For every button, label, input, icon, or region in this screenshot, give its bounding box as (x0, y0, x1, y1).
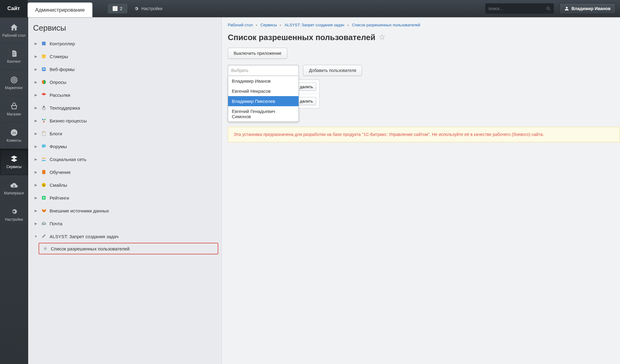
tab-admin[interactable]: Администрирование (28, 2, 92, 17)
favorite-star-icon[interactable] (379, 33, 385, 42)
svg-rect-9 (43, 69, 45, 70)
tree-item[interactable]: ▶Рассылки (31, 88, 218, 101)
chevron-right-icon: ▶ (34, 209, 38, 213)
tree-item[interactable]: ▶Стикеры (31, 50, 218, 63)
crumb-2[interactable]: ALSYST: Запрет создания задач (284, 23, 344, 27)
tree-item[interactable]: ▶Бизнес-процессы (31, 114, 218, 127)
dropdown-option[interactable]: Евгений Генадьевич Симонов (228, 106, 299, 122)
crumb-3[interactable]: Список разрешенных пользователей (352, 23, 420, 27)
chevron-right-icon: ▶ (34, 196, 38, 200)
tree-item[interactable]: ▶Смайлы (31, 178, 218, 191)
tree-item[interactable]: ▼ALSYST: Запрет создания задач (31, 230, 218, 243)
rail-marketplace-label: Marketplace (4, 191, 24, 195)
chevron-right-icon: ▶ (34, 80, 38, 84)
tree-item[interactable]: ▶Социальная сеть (31, 153, 218, 166)
rail-clients[interactable]: 24 Клиенты (0, 122, 28, 149)
tree-item[interactable]: ▶Обучение (31, 166, 218, 178)
tree-item[interactable]: ▶Блоги (31, 127, 218, 140)
tree-item[interactable]: ▶Опросы (31, 76, 218, 88)
tree-item[interactable]: ▶Почта (31, 217, 218, 230)
tree-item-label: Смайлы (50, 182, 67, 188)
svg-point-16 (44, 158, 46, 159)
tree-item-icon (40, 233, 47, 240)
layers-icon (10, 155, 18, 163)
user-select-field[interactable] (231, 68, 295, 73)
tree-item[interactable]: ▶Форумы (31, 140, 218, 153)
user-name-label: Владимир Иванов (571, 6, 611, 11)
disable-app-button[interactable]: Выключить приложение (228, 48, 287, 59)
tree-item-icon (40, 182, 47, 188)
tree-item-label: Форумы (50, 144, 67, 149)
delete-user-button[interactable]: далить (297, 97, 316, 105)
rail-clients-label: Клиенты (6, 138, 21, 143)
rail-content[interactable]: Контент (0, 43, 28, 70)
add-user-button[interactable]: Добавить пользователя (303, 65, 362, 76)
rail-marketing[interactable]: Маркетинг (0, 70, 28, 96)
dropdown-option[interactable]: Владимир Иванов (228, 76, 299, 86)
tree-item-icon (40, 207, 47, 214)
rail-services[interactable]: Сервисы (0, 149, 28, 175)
rail-marketplace[interactable]: Marketplace (0, 175, 28, 201)
rail-settings[interactable]: Настройки (0, 201, 28, 228)
tree-item[interactable]: ▶Техподдержка (31, 101, 218, 114)
clock-icon: 24 (10, 129, 18, 137)
global-search-input[interactable] (488, 6, 546, 11)
delete-user-button[interactable]: далить (297, 83, 316, 91)
tree-item-icon (40, 143, 47, 150)
tree: ▶Контроллер▶Стикеры▶Веб-формы▶Опросы▶Рас… (28, 37, 221, 261)
chevron-right-icon: ▶ (34, 183, 38, 187)
dropdown-option[interactable]: Владимир Пикселев (228, 96, 299, 106)
svg-text:24: 24 (12, 131, 16, 134)
tree-item[interactable]: ▶Контроллер (31, 37, 218, 50)
tree-subitem-allowed-users[interactable]: Список разрешенных пользователей (39, 243, 218, 254)
tree-subitem-label: Список разрешенных пользователей (51, 246, 130, 251)
home-icon (10, 23, 18, 32)
rail-desktop[interactable]: Рабочий стол (0, 17, 28, 43)
tree-item-label: Рейтинги (50, 195, 69, 201)
dropdown-option[interactable]: Евгений Некрасов (228, 86, 299, 96)
rail-desktop-label: Рабочий стол (2, 33, 25, 38)
crumb-1[interactable]: Сервисы (261, 23, 277, 27)
notification-badge[interactable]: 2 (108, 4, 127, 13)
chevron-right-icon: ▶ (34, 93, 38, 97)
tree-item[interactable]: ▶Веб-формы (31, 63, 218, 76)
svg-rect-6 (42, 54, 46, 58)
svg-point-19 (43, 184, 43, 185)
tree-item-icon (40, 130, 47, 137)
chevron-right-icon: ▶ (34, 132, 38, 136)
cloud-icon (10, 181, 18, 189)
rail-settings-label: Настройки (5, 217, 23, 222)
tab-site[interactable]: Сайт (0, 0, 28, 17)
global-search[interactable] (485, 3, 554, 14)
tree-item-label: Рассылки (50, 92, 70, 98)
dev-warning-text: Эта установка предназначена для разработ… (234, 132, 544, 137)
chevron-right-icon: ▶ (34, 54, 38, 58)
user-menu-button[interactable]: Владимир Иванов (559, 3, 616, 14)
tree-item[interactable]: ▶Рейтинги (31, 191, 218, 204)
document-icon (10, 50, 18, 58)
svg-rect-8 (43, 68, 45, 69)
crumb-0[interactable]: Рабочий стол (228, 23, 253, 27)
tree-item-icon (40, 53, 47, 60)
chevron-right-icon: ▶ (34, 170, 38, 174)
tree-item[interactable]: ▶Внешние источники данных (31, 204, 218, 217)
top-settings-link[interactable]: Настройки (133, 0, 163, 17)
tree-item-label: Опросы (50, 80, 66, 85)
user-select-input[interactable] (228, 65, 299, 76)
tree-item-icon (40, 220, 47, 227)
tree-item-icon (40, 117, 47, 124)
svg-point-2 (13, 79, 14, 80)
tree-item-icon (40, 40, 47, 47)
svg-point-18 (42, 183, 46, 187)
rail-shop[interactable]: Магазин (0, 96, 28, 122)
tree-item-label: Контроллер (50, 41, 75, 46)
bullet-icon (44, 247, 47, 250)
tree-item-label: Блоги (50, 131, 62, 136)
tree-item-label: Социальная сеть (50, 157, 86, 162)
rail-content-label: Контент (7, 59, 21, 64)
tree-item-label: ALSYST: Запрет создания задач (50, 234, 118, 239)
user-select-dropdown: Владимир ИвановЕвгений НекрасовВладимир … (228, 76, 299, 122)
svg-point-15 (42, 158, 44, 159)
chevron-right-icon: ▶ (34, 119, 38, 123)
tree-item-label: Техподдержка (50, 105, 80, 111)
